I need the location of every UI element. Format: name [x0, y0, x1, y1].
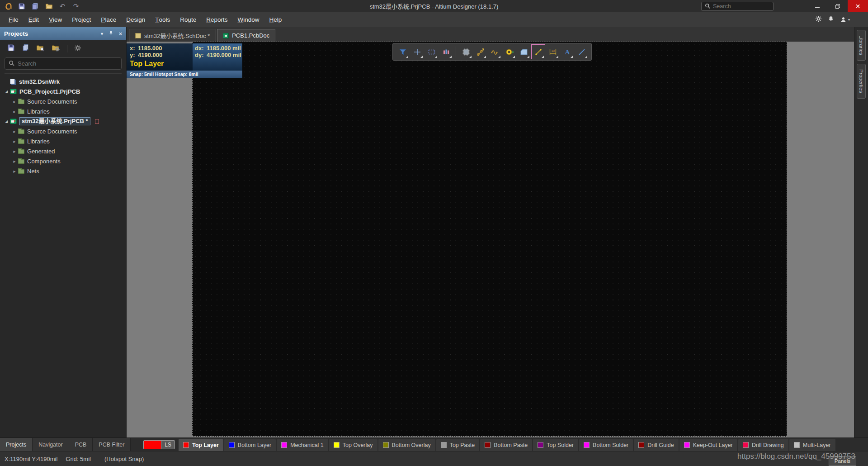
project-options-icon[interactable] [52, 44, 60, 53]
panel-pin-icon[interactable] [108, 30, 113, 37]
tool-place-via-icon[interactable] [503, 45, 516, 59]
menu-reports[interactable]: Reports [201, 12, 232, 27]
svg-text:10: 10 [551, 49, 555, 52]
restore-button[interactable] [827, 0, 848, 12]
expand-arrow-icon[interactable]: ◢ [3, 90, 10, 94]
expand-arrow-icon[interactable]: ▸ [11, 149, 18, 154]
expand-arrow-icon[interactable]: ▸ [11, 139, 18, 144]
tree-item-label: Source Documents [27, 128, 77, 135]
menu-place[interactable]: Place [96, 12, 121, 27]
layer-tab-keep-out-layer[interactable]: Keep-Out Layer [679, 439, 737, 451]
projects-search-input[interactable] [18, 60, 108, 67]
expand-arrow-icon[interactable]: ▸ [11, 159, 18, 164]
panel-tab-projects[interactable]: Projects [0, 438, 33, 451]
layer-tab-top-layer[interactable]: Top Layer [179, 439, 223, 451]
tool-measure-icon[interactable] [532, 45, 545, 59]
tool-polygon-pour-icon[interactable] [517, 45, 530, 59]
menu-bar: FileEditViewProjectPlaceDesignToolsRoute… [0, 12, 868, 27]
open-button[interactable] [43, 2, 54, 11]
tool-filter-icon[interactable] [396, 45, 409, 59]
menu-route[interactable]: Route [175, 12, 201, 27]
expand-arrow-icon[interactable]: ▸ [11, 109, 18, 114]
modified-document-icon [95, 119, 99, 124]
document-type-icon [223, 33, 229, 38]
global-search-box[interactable] [701, 2, 774, 11]
menu-view[interactable]: View [44, 12, 67, 27]
side-panel-tab-properties[interactable]: Properties [857, 64, 866, 98]
layer-tab-drill-drawing[interactable]: Drill Drawing [738, 439, 788, 451]
search-input[interactable] [713, 3, 763, 10]
search-in-project-icon[interactable] [36, 44, 45, 53]
tool-interactive-route-icon[interactable] [474, 45, 487, 59]
menu-edit[interactable]: Edit [24, 12, 44, 27]
tree-item-icon [10, 89, 17, 94]
save-all-button[interactable] [30, 2, 41, 11]
pcb-canvas[interactable] [192, 42, 787, 437]
tree-item[interactable]: ▸ Nets [0, 166, 126, 176]
settings-gear-icon[interactable] [815, 15, 822, 24]
menu-window[interactable]: Window [233, 12, 264, 27]
layer-tab-mechanical-1[interactable]: Mechanical 1 [277, 439, 328, 451]
user-account-icon[interactable]: ▾ [840, 16, 850, 23]
tree-item-icon [18, 139, 24, 144]
undo-button[interactable]: ↶ [57, 2, 68, 11]
minimize-button[interactable] [807, 0, 827, 12]
tree-item[interactable]: ▸ Source Documents [0, 96, 126, 106]
layer-tab-bottom-solder[interactable]: Bottom Solder [579, 439, 633, 451]
layer-tab-multi-layer[interactable]: Multi-Layer [789, 439, 835, 451]
tool-pad-via-stack-icon[interactable] [439, 45, 453, 59]
expand-arrow-icon[interactable]: ▸ [11, 99, 18, 104]
document-tab[interactable]: PCB1.PcbDoc [217, 29, 275, 42]
tool-dimension-icon[interactable]: 10 [546, 45, 559, 59]
notifications-bell-icon[interactable] [828, 15, 834, 24]
menu-design[interactable]: Design [121, 12, 150, 27]
side-panel-tab-libraries[interactable]: Libraries [857, 30, 866, 61]
tree-item[interactable]: ▸ Libraries [0, 106, 126, 116]
tree-item[interactable]: stm32.DsnWrk [0, 76, 126, 86]
panel-tab-pcb[interactable]: PCB [69, 438, 93, 451]
layer-tab-bottom-layer[interactable]: Bottom Layer [224, 439, 276, 451]
compile-documents-icon[interactable] [22, 44, 29, 53]
panel-tab-navigator[interactable]: Navigator [33, 438, 69, 451]
layer-tab-top-solder[interactable]: Top Solder [533, 439, 578, 451]
tree-item[interactable]: ▸ Source Documents [0, 126, 126, 136]
layer-tab-bottom-paste[interactable]: Bottom Paste [480, 439, 532, 451]
menu-project[interactable]: Project [67, 12, 96, 27]
tool-place-string-icon[interactable]: A [561, 45, 574, 59]
panel-tab-pcb-filter[interactable]: PCB Filter [93, 438, 131, 451]
panel-settings-gear-icon[interactable] [74, 44, 81, 53]
save-button[interactable] [16, 2, 27, 11]
altium-designer-window: ↶ ↷ stm32最小系统.PrjPCB - Altium Designer (… [0, 0, 868, 466]
expand-arrow-icon[interactable]: ▸ [11, 129, 18, 134]
layer-tab-top-overlay[interactable]: Top Overlay [329, 439, 377, 451]
tree-item[interactable]: ▸ Generated [0, 146, 126, 156]
panel-dropdown-icon[interactable]: ▾ [101, 31, 103, 36]
layer-tab-bottom-overlay[interactable]: Bottom Overlay [378, 439, 435, 451]
tree-item[interactable]: ▸ Components [0, 156, 126, 166]
menu-tools[interactable]: Tools [150, 12, 175, 27]
redo-button[interactable]: ↷ [71, 2, 81, 11]
tool-selection-cursor-icon[interactable] [410, 45, 424, 59]
layer-set-tab[interactable]: LS [143, 440, 175, 449]
menu-file[interactable]: File [4, 12, 24, 27]
panel-close-icon[interactable]: × [119, 31, 122, 37]
projects-search-box[interactable] [5, 57, 122, 70]
tool-select-area-icon[interactable] [425, 45, 438, 59]
close-button[interactable]: ✕ [848, 0, 868, 12]
save-project-icon[interactable] [7, 44, 15, 53]
tree-item[interactable]: ▸ Libraries [0, 136, 126, 146]
document-tab[interactable]: stm32最小系统.SchDoc * [129, 29, 216, 42]
menu-help[interactable]: Help [264, 12, 287, 27]
document-tab-bar: stm32最小系统.SchDoc * PCB1.PcbDoc [127, 27, 854, 42]
layer-tab-top-paste[interactable]: Top Paste [436, 439, 480, 451]
tree-item-icon [18, 149, 24, 154]
expand-arrow-icon[interactable]: ▸ [11, 169, 18, 174]
layer-tab-drill-guide[interactable]: Drill Guide [634, 439, 678, 451]
tool-place-component-icon[interactable] [459, 45, 472, 59]
tool-differential-pair-route-icon[interactable] [488, 45, 501, 59]
tool-place-line-icon[interactable] [575, 45, 588, 59]
expand-arrow-icon[interactable]: ◢ [3, 119, 10, 124]
tree-item[interactable]: ◢ PCB_Project1.PrjPCB [0, 86, 126, 96]
hud-x-label: x: [130, 45, 138, 52]
tree-item[interactable]: ◢ stm32最小系统.PrjPCB * [0, 116, 126, 126]
